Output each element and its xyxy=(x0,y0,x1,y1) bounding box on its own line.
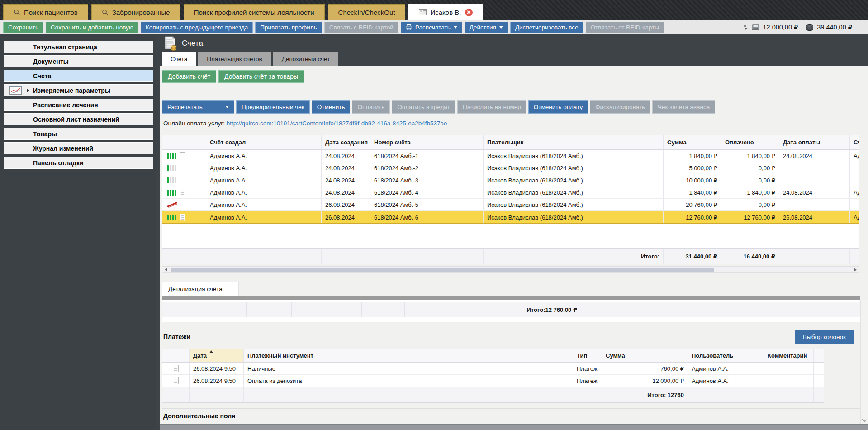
bind-profile-button[interactable]: Привязать профиль xyxy=(255,22,322,33)
chevron-down-icon xyxy=(225,106,229,108)
column-header[interactable]: Плательщик xyxy=(484,135,664,149)
invoice-row[interactable]: Админов А.А. 24.08.2024 618/2024 Амб.-2 … xyxy=(162,162,859,174)
tab-invoice-payer[interactable]: Плательщик счетов xyxy=(198,52,271,66)
invoice-created-date: 24.08.2024 xyxy=(322,174,370,186)
close-icon[interactable] xyxy=(465,9,473,16)
invoice-pay-date: 24.08.2024 xyxy=(779,186,850,198)
actions-dropdown-button[interactable]: Действия xyxy=(465,22,508,33)
sidebar-item-goods[interactable]: Товары xyxy=(4,128,153,140)
totals-paid: 16 440,00 ₽ xyxy=(721,249,779,264)
column-header[interactable]: Комментарий xyxy=(764,349,814,362)
column-header[interactable]: Счёт создал xyxy=(206,135,322,149)
invoice-icon xyxy=(164,36,177,51)
invoice-row-selected[interactable]: Админов А.А. 26.08.2024 618/2024 Амб.-6 … xyxy=(162,211,859,224)
payment-type: Платеж xyxy=(573,375,602,387)
payment-row[interactable]: 26.08.2024 9:50 Наличные Платеж 760,00 ₽… xyxy=(162,363,824,375)
receipt-icon xyxy=(173,365,179,373)
tab-patient-isakov[interactable]: Исаков В. xyxy=(408,4,483,20)
column-header[interactable]: Номер счёта xyxy=(370,135,484,149)
invoice-number: 618/2024 Амб.-6 xyxy=(370,211,484,223)
tab-booked[interactable]: Забронированные xyxy=(91,4,180,20)
cancel-payment-button[interactable]: Отменить оплату xyxy=(528,100,588,114)
sidebar-item-invoices[interactable]: Счета xyxy=(4,70,153,82)
column-header[interactable]: Сумма xyxy=(664,135,721,149)
scrollbar-thumb[interactable] xyxy=(171,268,714,272)
online-payment-row: Онлайн оплата услуг: http://quirco.com:1… xyxy=(163,120,447,127)
tab-loyalty-profiles[interactable]: Поиск профилей системы лояльности xyxy=(184,4,325,20)
pay-credit-button: Оплатить в кредит xyxy=(392,100,455,114)
tab-patient-search[interactable]: Поиск пациентов xyxy=(3,4,88,20)
fiscalize-button: Фискализировать xyxy=(590,100,650,114)
print-invoice-dropdown-button[interactable]: Распечатать xyxy=(162,100,234,114)
invoice-number: 618/2024 Амб.-1 xyxy=(370,150,484,162)
scroll-down-icon[interactable] xyxy=(862,417,867,422)
sidebar-item-measured-params[interactable]: Измеряемые параметры xyxy=(4,84,153,96)
invoice-paid: 12 760,00 ₽ xyxy=(721,211,779,223)
totals-sum: 31 440,00 ₽ xyxy=(664,249,721,264)
sidebar-item-documents[interactable]: Документы xyxy=(4,55,153,67)
tab-invoice-detail[interactable]: Детализация счёта xyxy=(162,282,239,296)
payment-row[interactable]: 26.08.2024 9:50 Оплата из депозита Плате… xyxy=(162,375,824,387)
search-icon xyxy=(102,9,109,16)
payments-section-title: Платежи xyxy=(163,333,190,340)
sidebar-item-title-page[interactable]: Титульная страница xyxy=(4,41,153,53)
column-header[interactable]: Счёт оплатил xyxy=(850,135,859,149)
add-invoice-button[interactable]: Добавить счёт xyxy=(162,70,216,83)
dispatch-all-button[interactable]: Диспетчеризовать все xyxy=(510,22,583,33)
invoices-totals-row: Итого: 31 440,00 ₽ 16 440,00 ₽ xyxy=(162,248,859,264)
sidebar: Титульная страница Документы Счета Измер… xyxy=(0,34,156,430)
tab-label: Исаков В. xyxy=(430,9,461,16)
payment-instrument: Оплата из депозита xyxy=(244,375,573,387)
scroll-left-icon[interactable] xyxy=(165,268,167,272)
save-button[interactable]: Сохранить xyxy=(3,22,43,33)
money-menu-icon[interactable] xyxy=(743,24,749,30)
payment-date: 26.08.2024 9:50 xyxy=(190,375,244,387)
invoice-payer: Исаков Владислав (618/2024 Амб.) xyxy=(484,162,664,174)
expand-arrow-icon[interactable] xyxy=(27,89,29,92)
column-chooser-button[interactable]: Выбор колонок xyxy=(795,330,854,344)
add-goods-invoice-button[interactable]: Добавить счёт за товары xyxy=(218,70,304,83)
scroll-right-icon[interactable] xyxy=(854,268,857,272)
invoice-paid-by xyxy=(850,162,859,174)
invoice-row[interactable]: Админов А.А. 24.08.2024 618/2024 Амб.-4 … xyxy=(162,186,859,199)
payment-sum: 12 000,00 ₽ xyxy=(602,375,688,387)
sort-asc-icon xyxy=(209,350,213,353)
column-header[interactable]: Тип xyxy=(573,349,602,362)
column-header[interactable]: Дата оплаты xyxy=(779,135,850,149)
preliminary-check-button[interactable]: Предварительный чек xyxy=(236,100,310,114)
invoice-created-by: Админов А.А. xyxy=(206,174,322,186)
invoice-row[interactable]: Админов А.А. 24.08.2024 618/2024 Амб.-3 … xyxy=(162,174,859,186)
tab-invoices[interactable]: Счета xyxy=(162,52,196,66)
invoice-row[interactable]: Админов А.А. 24.08.2024 618/2024 Амб.-1 … xyxy=(162,150,859,162)
chevron-down-icon xyxy=(499,26,503,29)
sidebar-item-treatment-schedule[interactable]: Расписание лечения xyxy=(4,99,153,111)
horizontal-scrollbar[interactable] xyxy=(162,266,859,273)
sidebar-item-change-log[interactable]: Журнал изменений xyxy=(4,142,153,154)
cancel-invoice-button[interactable]: Отменить xyxy=(312,100,351,114)
unlink-rfid-button: Отвязать от RFID-карты xyxy=(586,22,664,33)
column-header[interactable]: Дата создания xyxy=(322,135,370,149)
column-header[interactable]: Оплачено xyxy=(721,135,779,149)
column-header[interactable]: Сумма xyxy=(602,349,688,362)
tab-checkin-checkout[interactable]: CheckIn/CheckOut xyxy=(328,4,406,20)
column-header[interactable]: Платежный инстумент xyxy=(244,349,573,362)
copy-previous-visit-button[interactable]: Копировать с предыдущего приезда xyxy=(141,22,253,33)
column-header-date[interactable]: Дата xyxy=(190,349,244,362)
invoice-created-date: 24.08.2024 xyxy=(322,162,370,174)
sidebar-item-debug-panel[interactable]: Панель отладки xyxy=(4,157,153,169)
splitter-bar[interactable] xyxy=(162,296,860,300)
invoices-table: Счёт создал Дата создания Номер счёта Пл… xyxy=(162,135,859,264)
top-tabs: Поиск пациентов Забронированные Поиск пр… xyxy=(3,4,483,20)
status-column-header[interactable] xyxy=(162,135,206,149)
column-header[interactable]: Пользователь xyxy=(688,349,764,362)
sidebar-item-prescription-sheet[interactable]: Основной лист назначений xyxy=(4,113,153,125)
tab-deposit-account[interactable]: Депозитный счет xyxy=(273,52,339,66)
online-payment-link[interactable]: http://quirco.com:10101/cartContentInfo/… xyxy=(227,120,447,127)
payment-comment xyxy=(764,363,814,374)
save-and-add-button[interactable]: Сохранить и добавить новую xyxy=(46,22,138,33)
print-dropdown-button[interactable]: Распечатать xyxy=(401,22,462,33)
invoice-row[interactable]: Админов А.А. 26.08.2024 618/2024 Амб.-5 … xyxy=(162,199,859,211)
vertical-scrollbar[interactable] xyxy=(860,300,868,424)
invoices-table-header: Счёт создал Дата создания Номер счёта Пл… xyxy=(162,135,859,150)
payment-sum: 760,00 ₽ xyxy=(602,363,688,374)
